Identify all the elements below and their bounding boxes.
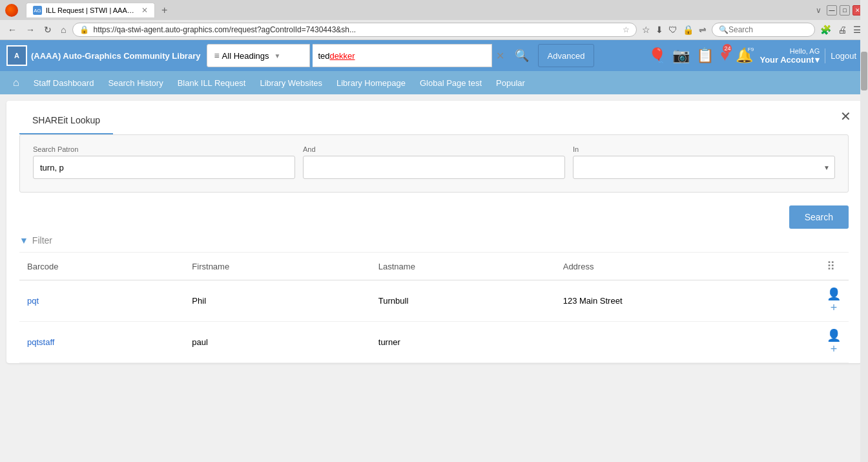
col-header-lastname: Lastname (371, 253, 555, 280)
app-logo-icon: A (6, 45, 27, 66)
sidebar-item-popular[interactable]: Popular (490, 73, 532, 93)
header-right: 🎈 📷 📋 ♥ 24 🔔 F9 Hello, AG Your Account ▾… (648, 47, 862, 65)
filter-icon: ▼ (19, 235, 28, 246)
search-patron-input[interactable] (33, 156, 295, 179)
browser-tab-active[interactable]: AG ILL Request | STWI | AAAA | Auto... ✕ (26, 3, 155, 17)
back-button[interactable]: ← (5, 23, 19, 36)
table-header: Barcode Firstname Lastname Address ⠿ (19, 253, 849, 280)
extensions-button[interactable]: 🧩 (819, 23, 832, 36)
account-name[interactable]: Your Account ▾ (760, 55, 820, 65)
sidebar-item-staff-dashboard[interactable]: Staff Dashboard (27, 73, 101, 93)
search-patron-label: Search Patron (33, 145, 295, 153)
logout-button[interactable]: Logout (825, 48, 862, 63)
browser-chrome: AG ILL Request | STWI | AAAA | Auto... ✕… (0, 0, 868, 40)
address-cell-2 (555, 322, 819, 363)
heart-badge: 24 (723, 44, 732, 53)
sidebar-item-global-page[interactable]: Global Page test (413, 73, 488, 93)
clear-search-button[interactable]: ✕ (495, 48, 506, 63)
search-patron-group: Search Patron (33, 145, 295, 179)
search-text-plain: ted (318, 51, 329, 61)
app-logo-wrapper: A (AAAA) Auto-Graphics Community Library (6, 45, 200, 66)
col-header-barcode: Barcode (19, 253, 184, 280)
refresh-button[interactable]: ↻ (41, 23, 54, 36)
balloon-icon-button[interactable]: 🎈 (648, 47, 666, 64)
sidebar-item-home[interactable]: ⌂ (6, 72, 26, 94)
barcode-cell-2[interactable]: pqtstaff (27, 337, 54, 347)
sidebar-item-library-homepage[interactable]: Library Homepage (330, 73, 412, 93)
search-type-dropdown[interactable]: ≡ All Headings ▼ (207, 44, 310, 67)
and-input[interactable] (303, 156, 565, 179)
modal-tab-shareit[interactable]: SHAREit Lookup (19, 107, 113, 134)
new-tab-button[interactable]: + (158, 3, 171, 17)
tab-close-button[interactable]: ✕ (141, 6, 148, 15)
advanced-search-button[interactable]: Advanced (538, 44, 595, 67)
camera-icon-button[interactable]: 📷 (672, 47, 690, 64)
window-controls: — □ ✕ (827, 5, 863, 16)
lastname-cell-2: turner (371, 322, 555, 363)
in-group: In (573, 145, 835, 179)
forward-button[interactable]: → (23, 23, 37, 36)
in-select[interactable] (573, 156, 835, 179)
hello-text: Hello, AG (790, 47, 820, 55)
search-text-highlight: dekker (330, 51, 355, 61)
security-icon: 🔒 (79, 25, 89, 34)
minimize-button[interactable]: — (827, 5, 837, 16)
search-submit-button[interactable]: Search (789, 205, 849, 229)
bell-icon-button[interactable]: 🔔 F9 (736, 47, 753, 64)
firstname-cell-1: Phil (184, 280, 370, 322)
browser-search-input[interactable] (728, 25, 793, 34)
account-chevron-icon: ▾ (815, 55, 820, 65)
scrollbar-thumb[interactable] (861, 52, 867, 90)
nav-bar: ⌂ Staff Dashboard Search History Blank I… (0, 71, 868, 94)
lastname-cell-1: Turnbull (371, 280, 555, 322)
home-nav-button[interactable]: ⌂ (58, 23, 68, 36)
filter-label: Filter (32, 235, 52, 246)
app-header: A (AAAA) Auto-Graphics Community Library… (0, 40, 868, 71)
search-form: Search Patron And In (19, 134, 849, 193)
list-icon-button[interactable]: 📋 (696, 47, 714, 64)
col-header-address: Address (555, 253, 819, 280)
add-patron-button-1[interactable]: 👤+ (827, 287, 841, 315)
browser-logo-icon (5, 4, 18, 17)
bookmark-button[interactable]: ☆ (641, 23, 652, 36)
address-bar[interactable]: 🔒 https://qa-stwi-agent.auto-graphics.co… (72, 23, 637, 37)
search-input-box[interactable]: ted dekker (313, 44, 491, 67)
results-table: Barcode Firstname Lastname Address ⠿ pqt… (19, 253, 849, 363)
account-section: Hello, AG Your Account ▾ Logout (760, 47, 862, 65)
account-info: Hello, AG Your Account ▾ (760, 47, 820, 65)
print-button[interactable]: 🖨 (836, 23, 848, 36)
bookmark-star-icon[interactable]: ☆ (623, 25, 630, 34)
browser-tabs: AG ILL Request | STWI | AAAA | Auto... ✕… (5, 3, 171, 17)
and-label: And (303, 145, 565, 153)
firstname-cell-2: paul (184, 322, 370, 363)
scrollbar[interactable] (860, 0, 868, 376)
barcode-cell-1[interactable]: pqt (27, 296, 39, 306)
shield-button[interactable]: 🛡 (667, 23, 679, 36)
lock-button[interactable]: 🔒 (681, 23, 695, 36)
browser-titlebar: AG ILL Request | STWI | AAAA | Auto... ✕… (0, 0, 868, 20)
add-patron-button-2[interactable]: 👤+ (827, 328, 841, 356)
columns-icon[interactable]: ⠿ (827, 260, 835, 273)
address-cell-1: 123 Main Street (555, 280, 819, 322)
app-title: (AAAA) Auto-Graphics Community Library (31, 51, 200, 61)
in-select-wrapper (573, 156, 835, 179)
form-row: Search Patron And In (33, 145, 835, 179)
share-button[interactable]: ⇌ (698, 23, 708, 36)
sidebar-item-blank-ill[interactable]: Blank ILL Request (171, 73, 253, 93)
downloads-button[interactable]: ⬇ (654, 23, 665, 36)
browser-search-box[interactable]: 🔍 (712, 23, 815, 37)
bell-badge: F9 (745, 45, 756, 54)
sidebar-item-search-history[interactable]: Search History (101, 73, 169, 93)
sidebar-item-library-websites[interactable]: Library Websites (253, 73, 329, 93)
dropdown-chevron-icon: ▼ (274, 52, 281, 59)
url-text: https://qa-stwi-agent.auto-graphics.com/… (93, 25, 619, 34)
table-body: pqt Phil Turnbull 123 Main Street 👤+ pqt… (19, 280, 849, 363)
maximize-button[interactable]: □ (840, 5, 850, 16)
heart-icon-button[interactable]: ♥ 24 (720, 47, 729, 65)
tab-favicon: AG (33, 6, 42, 15)
close-modal-button[interactable]: ✕ (840, 109, 851, 124)
search-type-value: All Headings (222, 51, 269, 61)
search-go-button[interactable]: 🔍 (508, 44, 535, 67)
table-row: pqtstaff paul turner 👤+ (19, 322, 849, 363)
table-row: pqt Phil Turnbull 123 Main Street 👤+ (19, 280, 849, 322)
